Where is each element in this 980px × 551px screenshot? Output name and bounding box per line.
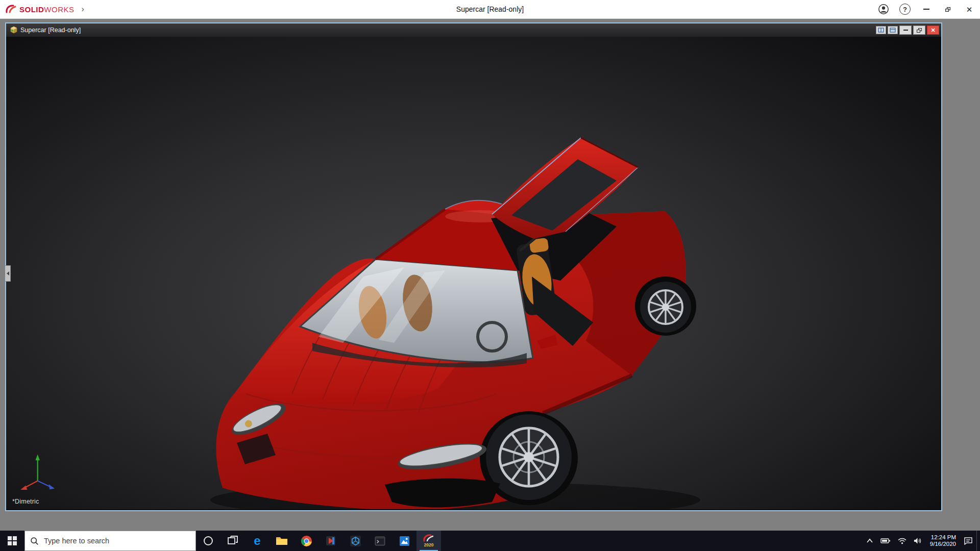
volume-icon[interactable] xyxy=(910,531,926,551)
part-document-icon xyxy=(10,26,18,34)
search-input[interactable] xyxy=(43,536,190,545)
action-center-icon xyxy=(964,537,973,545)
solidworks-taskbar-icon[interactable]: 2020 xyxy=(416,531,441,551)
orientation-triad xyxy=(13,450,60,493)
battery-glyph-icon xyxy=(880,538,891,544)
document-titlebar[interactable]: Supercar [Read-only] ✕ xyxy=(6,23,941,37)
clock-time: 12:24 PM xyxy=(930,534,956,541)
doc-restore-button[interactable] xyxy=(913,26,925,35)
clock-date: 9/16/2020 xyxy=(930,541,956,547)
y-axis-arrow xyxy=(35,454,39,460)
close-button[interactable]: ✕ xyxy=(959,0,980,18)
document-title: Supercar [Read-only] xyxy=(20,27,81,34)
brand-text: SOLIDWORKS xyxy=(19,5,75,14)
task-view-button[interactable] xyxy=(220,531,245,551)
new-window-icon xyxy=(890,28,896,33)
task-view-icon xyxy=(228,536,238,546)
cortana-icon xyxy=(203,535,214,546)
split-view-icon xyxy=(878,28,884,33)
media-icon xyxy=(326,536,336,546)
view-orientation-label: *Dimetric xyxy=(12,498,39,505)
doc-restore-icon xyxy=(917,28,922,33)
show-desktop-button[interactable] xyxy=(976,531,980,551)
collapsed-panel-handle[interactable] xyxy=(5,265,11,282)
photos-app-icon[interactable] xyxy=(392,531,416,551)
chevron-left-icon xyxy=(7,271,9,276)
front-grille xyxy=(385,479,500,508)
app-window-controls: ? ✕ xyxy=(873,0,980,18)
help-icon[interactable]: ? xyxy=(894,0,916,18)
document-window: Supercar [Read-only] ✕ xyxy=(5,22,942,511)
cortana-button[interactable] xyxy=(196,531,220,551)
taskbar: e xyxy=(0,531,980,551)
windows-logo-icon xyxy=(8,536,17,545)
file-explorer-icon[interactable] xyxy=(270,531,294,551)
solidworks-logo-icon xyxy=(5,4,17,14)
person-icon xyxy=(878,4,889,15)
doc-minimize-button[interactable] xyxy=(899,26,912,35)
rear-wheel xyxy=(635,277,696,336)
chrome-icon[interactable] xyxy=(294,531,318,551)
system-tray: 12:24 PM 9/16/2020 xyxy=(863,531,980,551)
action-center-button[interactable] xyxy=(960,531,976,551)
solidworks-logo: SOLIDWORKS xyxy=(0,4,75,14)
hidden-icons-button[interactable] xyxy=(863,531,877,551)
z-axis-arrow xyxy=(49,484,55,489)
restore-icon xyxy=(945,7,950,12)
supercar-model[interactable] xyxy=(6,37,941,509)
hexagon-model-icon xyxy=(350,536,361,546)
account-icon[interactable] xyxy=(873,0,894,18)
speaker-glyph-icon xyxy=(914,537,922,544)
doc-split-view-button[interactable] xyxy=(876,26,886,34)
taskbar-clock[interactable]: 12:24 PM 9/16/2020 xyxy=(926,534,960,547)
doc-new-window-button[interactable] xyxy=(888,26,898,34)
wifi-glyph-icon xyxy=(898,538,906,544)
restore-button[interactable] xyxy=(937,0,959,18)
edrawings-icon[interactable] xyxy=(343,531,368,551)
document-window-controls: ✕ xyxy=(876,26,939,35)
chrome-logo-icon xyxy=(301,535,312,547)
solidworks-version-badge: 2020 xyxy=(424,543,434,547)
media-app-icon[interactable] xyxy=(318,531,343,551)
edge-icon[interactable]: e xyxy=(245,531,270,551)
console-window-icon xyxy=(375,536,385,546)
chevron-up-icon xyxy=(866,538,873,543)
photos-icon xyxy=(399,536,410,546)
solidworks-app-icon xyxy=(423,534,435,542)
start-button[interactable] xyxy=(0,531,24,551)
search-icon xyxy=(30,537,39,545)
app-title: Supercar [Read-only] xyxy=(0,5,980,13)
console-app-icon[interactable] xyxy=(368,531,392,551)
folder-icon xyxy=(276,536,288,546)
doc-close-button[interactable]: ✕ xyxy=(927,26,939,35)
app-titlebar: SOLIDWORKS › Supercar [Read-only] ? ✕ xyxy=(0,0,980,19)
menu-expand-icon[interactable]: › xyxy=(82,5,84,13)
taskbar-search[interactable] xyxy=(24,531,196,551)
battery-icon[interactable] xyxy=(877,531,894,551)
network-icon[interactable] xyxy=(894,531,910,551)
x-axis-arrow xyxy=(20,486,27,490)
minimize-button[interactable] xyxy=(916,0,937,18)
3d-viewport[interactable]: *Dimetric xyxy=(6,37,941,509)
